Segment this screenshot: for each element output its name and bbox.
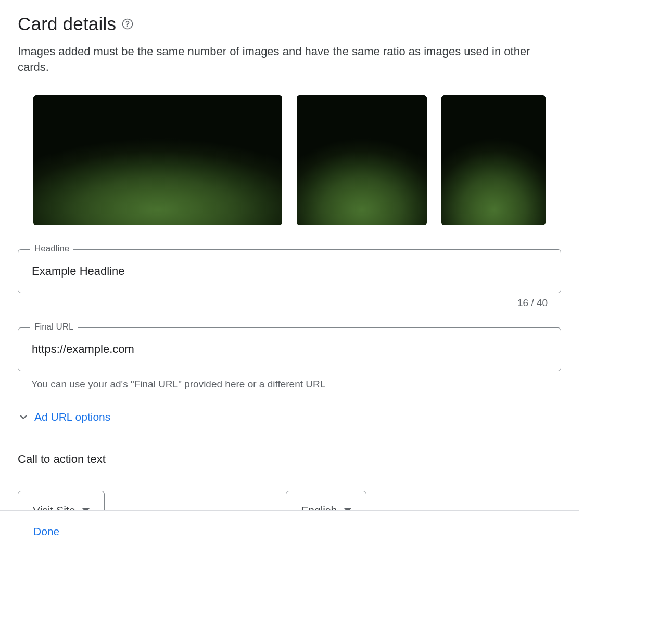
- headline-char-counter: 16 / 40: [18, 297, 561, 309]
- ad-url-options-toggle[interactable]: Ad URL options: [18, 411, 561, 423]
- headline-field: Headline: [18, 249, 561, 293]
- page-title-row: Card details: [18, 14, 561, 34]
- cta-action-dropdown[interactable]: Visit Site: [18, 491, 105, 510]
- footer: Done: [0, 510, 579, 538]
- cta-heading: Call to action text: [18, 452, 561, 466]
- final-url-helper: You can use your ad's "Final URL" provid…: [18, 379, 561, 390]
- final-url-input[interactable]: [18, 327, 561, 371]
- ad-url-options-label: Ad URL options: [34, 411, 110, 423]
- cta-action-value: Visit Site: [33, 504, 75, 510]
- final-url-field: Final URL: [18, 327, 561, 371]
- final-url-label: Final URL: [30, 322, 78, 332]
- card-image-medium[interactable]: [297, 95, 427, 225]
- page-title: Card details: [18, 14, 116, 34]
- help-icon[interactable]: [121, 18, 134, 30]
- headline-input[interactable]: [18, 249, 561, 293]
- cta-language-value: English: [301, 504, 337, 510]
- card-image-wide[interactable]: [33, 95, 282, 225]
- card-image-square[interactable]: [441, 95, 546, 225]
- cta-language-dropdown[interactable]: English: [286, 491, 366, 510]
- card-details-panel: Card details Images added must be the sa…: [0, 0, 579, 510]
- svg-point-1: [127, 26, 128, 27]
- images-row: [18, 95, 561, 225]
- image-placeholder: [33, 95, 282, 225]
- headline-label: Headline: [30, 244, 73, 254]
- cta-dropdown-row: Visit Site English: [18, 491, 561, 510]
- done-button[interactable]: Done: [33, 525, 59, 538]
- chevron-down-icon: [18, 411, 29, 423]
- page-subtitle: Images added must be the same number of …: [18, 44, 543, 74]
- image-placeholder: [441, 95, 546, 225]
- image-placeholder: [297, 95, 427, 225]
